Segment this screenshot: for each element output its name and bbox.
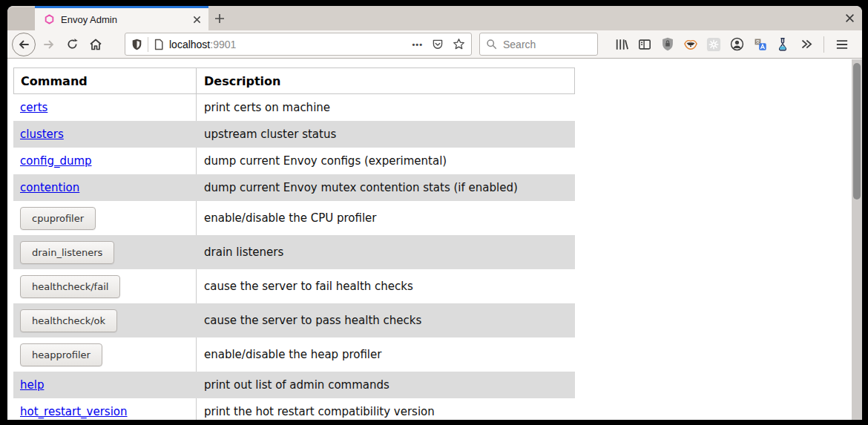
envoy-favicon-icon (45, 14, 54, 24)
command-link-contention[interactable]: contention (20, 181, 79, 194)
pocket-icon[interactable] (432, 39, 444, 50)
table-row-healthcheck-ok: healthcheck/okcause the server to pass h… (13, 303, 575, 337)
command-description: print out list of admin commands (197, 372, 575, 398)
flask-extension-icon[interactable] (775, 37, 790, 52)
search-icon (486, 39, 497, 50)
table-row-drain-listeners: drain_listenersdrain listeners (13, 235, 575, 269)
table-row-clusters: clustersupstream cluster status (13, 121, 575, 148)
table-row-heapprofiler: heapprofilerenable/disable the heap prof… (13, 337, 575, 372)
command-button-heapprofiler[interactable]: heapprofiler (20, 343, 102, 366)
table-body: certsprint certs on machineclustersupstr… (13, 94, 575, 420)
translate-extension-icon[interactable] (752, 37, 767, 52)
window-close-button[interactable] (845, 6, 855, 30)
url-host: localhost (169, 39, 210, 50)
admin-command-table: Command Description certsprint certs on … (13, 67, 575, 420)
command-cell: drain_listeners (13, 235, 197, 269)
search-bar[interactable]: Search (479, 33, 598, 56)
command-description: dump current Envoy mutex contention stat… (197, 174, 575, 201)
library-icon[interactable] (614, 37, 629, 52)
table-row-config-dump: config_dumpdump current Envoy configs (e… (13, 148, 575, 174)
command-link-config-dump[interactable]: config_dump (20, 154, 92, 168)
command-button-healthcheck-fail[interactable]: healthcheck/fail (20, 275, 120, 298)
command-cell: contention (13, 174, 197, 201)
command-cell: healthcheck/fail (13, 269, 197, 303)
fox-extension-icon[interactable] (683, 37, 698, 52)
command-cell: hot_restart_version (13, 398, 197, 420)
page-content: Command Description certsprint certs on … (7, 59, 862, 420)
new-tab-button[interactable] (208, 6, 231, 30)
table-row-cpuprofiler: cpuprofilerenable/disable the CPU profil… (13, 201, 575, 235)
url-text: localhost:9901 (169, 39, 236, 50)
table-header-description: Description (197, 67, 575, 94)
command-link-hot-restart-version[interactable]: hot_restart_version (20, 405, 128, 418)
command-cell: help (13, 372, 197, 398)
command-description: enable/disable the CPU profiler (197, 201, 575, 235)
command-button-healthcheck-ok[interactable]: healthcheck/ok (20, 309, 117, 332)
shield-lock-extension-icon[interactable] (660, 37, 675, 52)
command-cell: healthcheck/ok (13, 303, 197, 337)
command-cell: cpuprofiler (13, 201, 197, 235)
navigation-toolbar: localhost:9901 ••• Search (7, 30, 862, 59)
table-row-healthcheck-fail: healthcheck/failcause the server to fail… (13, 269, 575, 303)
command-cell: clusters (13, 121, 197, 148)
toolbar-separator (823, 36, 824, 53)
table-header-row: Command Description (13, 67, 575, 94)
command-cell: config_dump (13, 148, 197, 174)
bookmark-star-icon[interactable] (453, 38, 465, 50)
command-description: print the hot restart compatibility vers… (197, 398, 575, 420)
table-row-hot-restart-version: hot_restart_versionprint the hot restart… (13, 398, 575, 420)
menu-hamburger-icon[interactable] (835, 37, 849, 52)
command-link-help[interactable]: help (20, 378, 44, 392)
command-link-clusters[interactable]: clusters (20, 128, 64, 141)
command-description: dump current Envoy configs (experimental… (197, 148, 575, 174)
url-port: :9901 (210, 39, 236, 50)
page-info-icon[interactable] (154, 39, 164, 50)
command-description: cause the server to fail health checks (197, 269, 575, 303)
back-button[interactable] (12, 33, 36, 56)
command-description: cause the server to pass health checks (197, 303, 575, 337)
browser-window: Envoy Admin (7, 6, 862, 420)
table-row-help: helpprint out list of admin commands (13, 372, 575, 398)
table-row-certs: certsprint certs on machine (13, 94, 575, 121)
home-button[interactable] (85, 38, 106, 51)
page-scrollbar[interactable] (852, 59, 862, 420)
command-description: drain listeners (197, 235, 575, 269)
urlbar-separator (148, 37, 148, 52)
tab-close-icon[interactable] (193, 16, 201, 24)
page-actions-icon[interactable]: ••• (412, 40, 423, 49)
search-placeholder: Search (503, 39, 536, 50)
url-bar[interactable]: localhost:9901 ••• (125, 33, 472, 56)
command-description: upstream cluster status (197, 121, 575, 148)
table-header-command: Command (13, 67, 197, 94)
snowflake-extension-icon[interactable] (706, 37, 721, 52)
reload-button[interactable] (62, 38, 82, 50)
command-button-drain-listeners[interactable]: drain_listeners (20, 241, 114, 264)
tab-title: Envoy Admin (61, 14, 117, 25)
tab-envoy-admin[interactable]: Envoy Admin (35, 6, 208, 30)
overflow-chevron-icon[interactable] (798, 37, 813, 52)
command-link-certs[interactable]: certs (20, 101, 47, 114)
account-icon[interactable] (729, 37, 744, 52)
tracking-protection-shield-icon[interactable] (131, 39, 142, 50)
command-button-cpuprofiler[interactable]: cpuprofiler (20, 207, 96, 230)
table-row-contention: contentiondump current Envoy mutex conte… (13, 174, 575, 201)
scrollbar-thumb[interactable] (853, 63, 861, 200)
titlebar-spacer (7, 7, 35, 30)
command-cell: certs (13, 94, 197, 121)
forward-button[interactable] (39, 38, 59, 51)
command-description: print certs on machine (197, 94, 575, 121)
command-cell: heapprofiler (13, 337, 197, 372)
tab-bar: Envoy Admin (7, 6, 862, 30)
command-description: enable/disable the heap profiler (197, 337, 575, 372)
sidebar-toggle-icon[interactable] (637, 37, 652, 52)
